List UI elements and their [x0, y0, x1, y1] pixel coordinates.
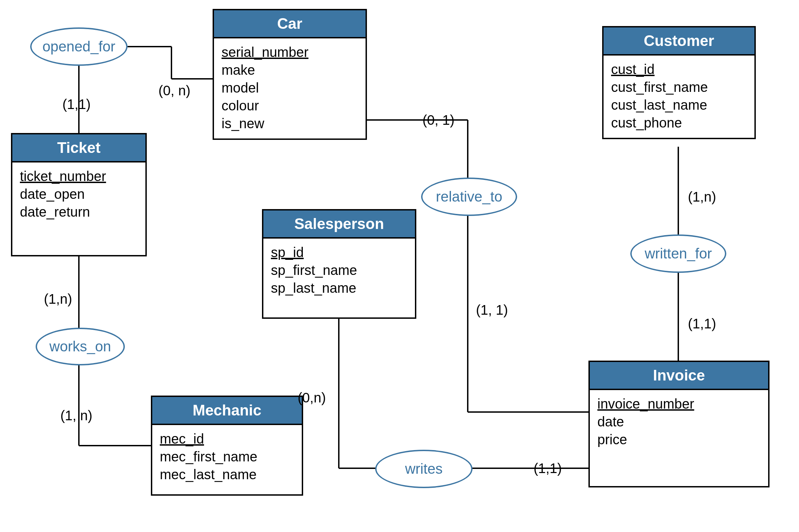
relationship-relative-to: relative_to — [421, 178, 517, 216]
attr: sp_first_name — [271, 261, 409, 279]
relationship-written-for: written_for — [630, 234, 726, 273]
attr: date_return — [20, 203, 139, 221]
cardinality: (1, 1) — [476, 301, 508, 319]
attr: is_new — [222, 114, 359, 132]
entity-title: Invoice — [653, 367, 705, 384]
cardinality: (1,n) — [44, 290, 72, 308]
cardinality: (1,n) — [688, 188, 716, 206]
entity-car: Car serial_number make model colour is_n… — [213, 9, 367, 140]
entity-title: Ticket — [57, 139, 100, 156]
entity-title: Mechanic — [193, 402, 262, 419]
attr: sp_id — [271, 243, 409, 261]
entity-body: cust_id cust_first_name cust_last_name c… — [604, 56, 754, 138]
attr: price — [597, 431, 762, 448]
relationship-label: relative_to — [436, 188, 502, 206]
cardinality: (1,1) — [534, 459, 562, 477]
entity-salesperson: Salesperson sp_id sp_first_name sp_last_… — [262, 209, 416, 319]
entity-mechanic: Mechanic mec_id mec_first_name mec_last_… — [151, 396, 303, 496]
cardinality: (1,1) — [62, 95, 91, 113]
entity-invoice: Invoice invoice_number date price — [588, 361, 770, 487]
attr: date_open — [20, 185, 139, 203]
entity-body: invoice_number date price — [590, 390, 768, 455]
cardinality: (0, n) — [158, 82, 190, 99]
attr: cust_id — [611, 60, 748, 78]
entity-body: mec_id mec_first_name mec_last_name — [152, 425, 302, 489]
cardinality: (0,n) — [298, 389, 326, 407]
entity-title: Customer — [644, 32, 714, 49]
entity-body: sp_id sp_first_name sp_last_name — [263, 239, 415, 303]
attr: serial_number — [222, 43, 359, 61]
entity-ticket: Ticket ticket_number date_open date_retu… — [11, 133, 147, 256]
attr: sp_last_name — [271, 279, 409, 297]
relationship-opened-for: opened_for — [30, 27, 128, 66]
relationship-writes: writes — [375, 450, 473, 488]
cardinality: (0, 1) — [422, 111, 454, 129]
attr: colour — [222, 97, 359, 114]
attr: mec_last_name — [160, 466, 296, 483]
er-diagram: opened_for relative_to written_for works… — [0, 0, 799, 532]
attr: cust_phone — [611, 114, 748, 132]
attr: make — [222, 61, 359, 79]
attr: mec_first_name — [160, 448, 296, 466]
attr: date — [597, 413, 762, 431]
entity-body: ticket_number date_open date_return — [12, 162, 145, 227]
cardinality: (1, n) — [60, 407, 92, 424]
entity-title: Car — [277, 15, 302, 32]
relationship-label: opened_for — [43, 37, 116, 56]
attr: model — [222, 79, 359, 97]
attr: ticket_number — [20, 167, 139, 185]
attr: cust_first_name — [611, 78, 748, 96]
attr: invoice_number — [597, 395, 762, 413]
relationship-label: works_on — [49, 337, 111, 356]
relationship-label: written_for — [645, 244, 712, 263]
attr: mec_id — [160, 430, 296, 448]
entity-title: Salesperson — [294, 215, 384, 232]
cardinality: (1,1) — [688, 315, 716, 332]
entity-body: serial_number make model colour is_new — [214, 38, 366, 138]
relationship-label: writes — [405, 460, 443, 478]
entity-customer: Customer cust_id cust_first_name cust_la… — [602, 26, 756, 139]
relationship-works-on: works_on — [36, 328, 125, 365]
attr: cust_last_name — [611, 96, 748, 114]
